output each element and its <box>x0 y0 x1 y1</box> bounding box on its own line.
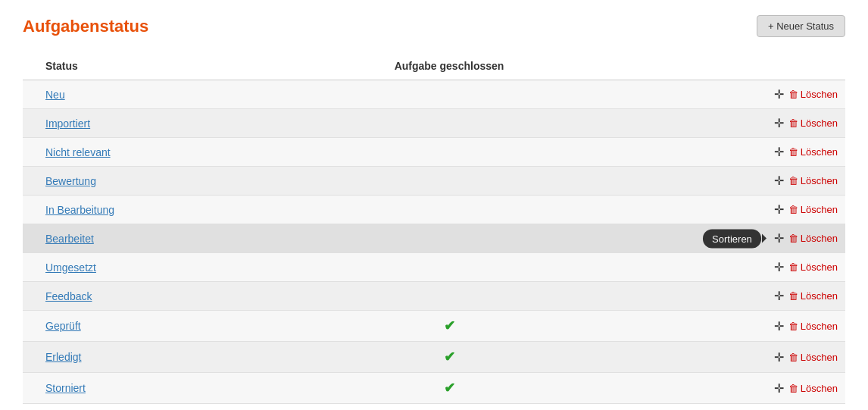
action-cell: ✛🗑Löschen <box>733 116 838 130</box>
delete-button-nicht-relevant[interactable]: 🗑Löschen <box>788 146 838 158</box>
status-link-bewertung[interactable]: Bewertung <box>45 175 96 187</box>
status-link-neu[interactable]: Neu <box>45 89 65 101</box>
table-row: Bewertung✛🗑Löschen <box>23 167 845 196</box>
action-cell: ✛🗑Löschen <box>733 145 838 159</box>
trash-icon: 🗑 <box>788 383 798 394</box>
action-cell: ✛🗑Löschen <box>733 289 838 303</box>
delete-label: Löschen <box>801 321 838 332</box>
status-link-importiert[interactable]: Importiert <box>45 117 90 130</box>
trash-icon: 🗑 <box>788 233 798 244</box>
delete-label: Löschen <box>801 233 838 244</box>
trash-icon: 🗑 <box>788 175 798 186</box>
page-container: Aufgabenstatus + Neuer Status Status Auf… <box>0 0 868 410</box>
trash-icon: 🗑 <box>788 261 798 273</box>
sort-icon[interactable]: ✛ <box>774 174 784 188</box>
delete-button-umgesetzt[interactable]: 🗑Löschen <box>788 261 838 273</box>
trash-icon: 🗑 <box>788 290 798 302</box>
closed-checkmark: ✔ <box>444 380 455 396</box>
trash-icon: 🗑 <box>788 204 798 215</box>
delete-button-feedback[interactable]: 🗑Löschen <box>788 290 838 302</box>
sort-icon[interactable]: ✛ <box>774 319 784 333</box>
new-status-button[interactable]: + Neuer Status <box>757 15 845 37</box>
table-row: Neu✛🗑Löschen <box>23 80 845 109</box>
action-cell: ✛🗑Löschen <box>733 202 838 217</box>
action-cell: ✛🗑Löschen <box>733 260 838 274</box>
table-row: BearbeitetSortieren✛🗑Löschen <box>23 224 845 253</box>
sort-icon[interactable]: ✛ <box>774 116 784 130</box>
table-row: Umgesetzt✛🗑Löschen <box>23 253 845 282</box>
delete-button-geprueft[interactable]: 🗑Löschen <box>788 321 838 332</box>
delete-button-bearbeitet[interactable]: 🗑Löschen <box>788 233 838 244</box>
delete-button-importiert[interactable]: 🗑Löschen <box>788 117 838 129</box>
status-link-storniert[interactable]: Storniert <box>45 382 86 394</box>
delete-button-neu[interactable]: 🗑Löschen <box>788 89 838 100</box>
status-link-nicht-relevant[interactable]: Nicht relevant <box>45 146 111 158</box>
trash-icon: 🗑 <box>788 321 798 332</box>
action-cell: ✛🗑Löschen <box>733 319 838 333</box>
trash-icon: 🗑 <box>788 117 798 129</box>
delete-button-storniert[interactable]: 🗑Löschen <box>788 383 838 394</box>
delete-label: Löschen <box>801 146 838 158</box>
action-cell: ✛🗑Löschen <box>733 174 838 188</box>
table-row: Geprüft✔✛🗑Löschen <box>23 311 845 342</box>
closed-checkmark: ✔ <box>444 349 455 365</box>
header-row: Aufgabenstatus + Neuer Status <box>23 15 845 37</box>
col-header-closed: Aufgabe geschlossen <box>174 52 724 80</box>
table-row: Importiert✛🗑Löschen <box>23 109 845 138</box>
delete-button-bewertung[interactable]: 🗑Löschen <box>788 175 838 186</box>
page-title: Aufgabenstatus <box>23 17 148 36</box>
col-header-actions <box>724 52 845 80</box>
delete-label: Löschen <box>801 290 838 302</box>
status-link-geprueft[interactable]: Geprüft <box>45 320 81 332</box>
status-link-bearbeitet[interactable]: Bearbeitet <box>45 233 94 245</box>
delete-label: Löschen <box>801 261 838 273</box>
action-cell: Sortieren✛🗑Löschen <box>733 231 838 246</box>
action-cell: ✛🗑Löschen <box>733 350 838 365</box>
status-link-erledigt[interactable]: Erledigt <box>45 351 81 363</box>
status-link-umgesetzt[interactable]: Umgesetzt <box>45 261 96 274</box>
tooltip-container: Sortieren✛ <box>774 231 784 246</box>
sort-icon[interactable]: ✛ <box>774 381 784 396</box>
trash-icon: 🗑 <box>788 352 798 363</box>
delete-button-erledigt[interactable]: 🗑Löschen <box>788 352 838 363</box>
delete-label: Löschen <box>801 204 838 215</box>
status-link-in-bearbeitung[interactable]: In Bearbeitung <box>45 204 114 216</box>
closed-checkmark: ✔ <box>444 318 455 333</box>
delete-label: Löschen <box>801 175 838 186</box>
delete-label: Löschen <box>801 383 838 394</box>
table-row: Erledigt✔✛🗑Löschen <box>23 342 845 373</box>
sort-icon[interactable]: ✛ <box>774 87 784 102</box>
delete-label: Löschen <box>801 89 838 100</box>
action-cell: ✛🗑Löschen <box>733 381 838 396</box>
table-row: Nicht relevant✛🗑Löschen <box>23 138 845 167</box>
trash-icon: 🗑 <box>788 146 798 158</box>
sort-icon[interactable]: ✛ <box>774 231 784 246</box>
sort-icon[interactable]: ✛ <box>774 350 784 365</box>
col-header-status: Status <box>23 52 174 80</box>
table-row: Feedback✛🗑Löschen <box>23 282 845 311</box>
delete-label: Löschen <box>801 117 838 129</box>
sort-icon[interactable]: ✛ <box>774 202 784 217</box>
table-row: Storniert✔✛🗑Löschen <box>23 373 845 404</box>
trash-icon: 🗑 <box>788 89 798 100</box>
status-link-feedback[interactable]: Feedback <box>45 290 92 302</box>
table-row: In Bearbeitung✛🗑Löschen <box>23 196 845 224</box>
sort-icon[interactable]: ✛ <box>774 145 784 159</box>
delete-button-in-bearbeitung[interactable]: 🗑Löschen <box>788 204 838 215</box>
action-cell: ✛🗑Löschen <box>733 87 838 102</box>
delete-label: Löschen <box>801 352 838 363</box>
sort-icon[interactable]: ✛ <box>774 260 784 274</box>
status-table: Status Aufgabe geschlossen Neu✛🗑LöschenI… <box>23 52 845 404</box>
sort-icon[interactable]: ✛ <box>774 289 784 303</box>
